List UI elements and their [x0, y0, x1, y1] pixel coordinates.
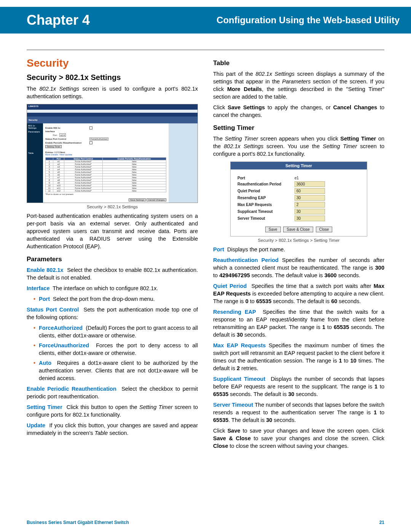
header-title: Configuration Using the Web-based Utilit…	[217, 15, 400, 26]
shot-sidebar: 802.1x Settings Parameters Table	[27, 123, 43, 203]
shot-table: PortStatus Port ControlEnable Periodic R…	[45, 157, 166, 192]
shot-field-label: Enable 802.1x	[45, 127, 87, 129]
shot2-input: 60	[295, 188, 325, 194]
shot-field-label: Interface	[45, 130, 87, 133]
shot2-input: 2	[295, 202, 325, 208]
shot2-label: Quiet Period	[237, 189, 295, 193]
shot-brand: LINKSYS	[27, 104, 198, 110]
shot-checkbox	[89, 141, 92, 144]
shot-note: *Port is down or not present	[45, 193, 166, 195]
shot-active-tab: Security	[29, 119, 38, 121]
page-number: 21	[379, 520, 384, 525]
bullet-port: Port Select the port from the drop-down …	[33, 295, 198, 303]
shot2-value: e1	[295, 176, 329, 180]
shot-field-label: Status Port Control	[45, 138, 87, 140]
intro-paragraph: The 802.1x Settings screen is used to co…	[27, 85, 198, 100]
shot-main: Enable 802.1x Interface Port e1 ▾ Status…	[43, 123, 169, 203]
shot-field-label: Port	[53, 134, 57, 136]
footer-product: Business Series Smart Gigabit Ethernet S…	[27, 520, 129, 525]
shot2-input: 3600	[295, 181, 325, 187]
screenshot-security-settings: LINKSYS Security 802.1x Settings Paramet…	[27, 104, 198, 203]
shot2-close-button: Close	[316, 227, 333, 232]
shot2-save-button: Save	[265, 227, 281, 232]
table-heading: Table	[213, 59, 384, 67]
bullet-forceauthorized: ForceAuthorized (Default) Forces the por…	[33, 324, 198, 339]
shot-checkbox	[89, 126, 92, 129]
table-paragraph-2: Click Save Settings to apply the changes…	[213, 104, 384, 119]
param-reauth: Enable Periodic Reauthentication Select …	[27, 385, 198, 400]
def-quiet: Quiet Period Specifies the time that a s…	[213, 282, 384, 305]
shot-topbar	[27, 113, 198, 117]
setting-timer-heading: Setting Timer	[213, 124, 384, 132]
subsection-heading: Security > 802.1x Settings	[27, 73, 198, 82]
left-column: Security Security > 802.1x Settings The …	[27, 57, 198, 453]
shot-side-item: 802.1x Settings	[28, 125, 42, 129]
shot-side-item: Parameters	[28, 131, 42, 133]
shot2-input: 30	[295, 209, 325, 214]
parameters-heading: Parameters	[27, 256, 198, 263]
def-supplicant: Supplicant Timeout Displays the number o…	[213, 375, 384, 398]
def-server: Server Timeout The number of seconds tha…	[213, 401, 384, 424]
shot2-input: 30	[295, 216, 325, 221]
timer-paragraph: The Setting Timer screen appears when yo…	[213, 135, 384, 158]
shot-help-panel	[169, 123, 198, 203]
shot-links: More Details View Update	[45, 153, 166, 156]
page-footer: Business Series Smart Gigabit Ethernet S…	[27, 520, 384, 525]
shot2-title: Setting Timer	[231, 162, 367, 169]
param-interface: Interface The interface on which to conf…	[27, 284, 198, 292]
shot-select: e1 ▾	[59, 133, 66, 137]
shot-footer-buttons: Save Settings Cancel Changes	[129, 199, 166, 201]
def-maxeap: Max EAP Requests Specifies the maximum n…	[213, 342, 384, 372]
right-column: Table This part of the 802.1x Settings s…	[213, 57, 384, 453]
param-enable: Enable 802.1x Select the checkbox to ena…	[27, 266, 198, 281]
def-port: Port Displays the port name.	[213, 246, 384, 253]
shot-select: ForceAuthorized	[89, 137, 108, 141]
shot2-label: Server Timeout	[237, 216, 295, 220]
shot-side-item: Table	[28, 152, 42, 154]
table-paragraph-1: This part of the 802.1x Settings screen …	[213, 70, 384, 101]
shot2-input: 30	[295, 195, 325, 201]
bullet-forceunauthorized: ForceUnauthorized Forces the port to den…	[33, 342, 198, 357]
paragraph: Port-based authentication enables authen…	[27, 212, 198, 250]
shot2-label: Supplicant Timeout	[237, 209, 295, 214]
shot2-label: Reauthentication Period	[237, 182, 295, 186]
page-header: Chapter 4 Configuration Using the Web-ba…	[0, 7, 411, 34]
figure-security-settings: LINKSYS Security 802.1x Settings Paramet…	[27, 104, 198, 209]
param-timer: Setting Timer Click this button to open …	[27, 403, 198, 419]
shot2-label: Max EAP Requests	[237, 203, 295, 207]
screenshot-setting-timer: Setting Timer Porte1 Reauthentication Pe…	[230, 161, 367, 236]
def-resend: Resending EAP Specifies the time that th…	[213, 308, 384, 339]
shot-field-label: Enable Periodic Reauthentication	[45, 142, 87, 144]
save-paragraph: Click Save to save your changes and leav…	[213, 427, 384, 450]
shot2-label: Resending EAP	[237, 196, 295, 200]
bullet-auto: Auto Requires a dot1x-aware client to be…	[33, 359, 198, 382]
def-reauth: Reauthentication Period Specifies the nu…	[213, 256, 384, 279]
shot-button: Setting Timer	[45, 145, 62, 148]
chapter-label: Chapter 4	[27, 12, 90, 28]
figure-caption: Security > 802.1x Settings	[27, 204, 198, 209]
shot2-saveclose-button: Save & Close	[283, 227, 313, 232]
figure-caption: Security > 802.1x Settings > Setting Tim…	[213, 238, 384, 243]
param-update: Update If you click this button, your ch…	[27, 422, 198, 437]
figure-setting-timer: Setting Timer Porte1 Reauthentication Pe…	[213, 161, 384, 243]
shot2-buttons: Save Save & Close Close	[237, 227, 360, 232]
shot2-label: Port	[237, 176, 295, 180]
param-status: Status Port Control Sets the port authen…	[27, 306, 198, 321]
section-heading: Security	[27, 57, 198, 69]
shot-nav: Security	[27, 117, 198, 123]
